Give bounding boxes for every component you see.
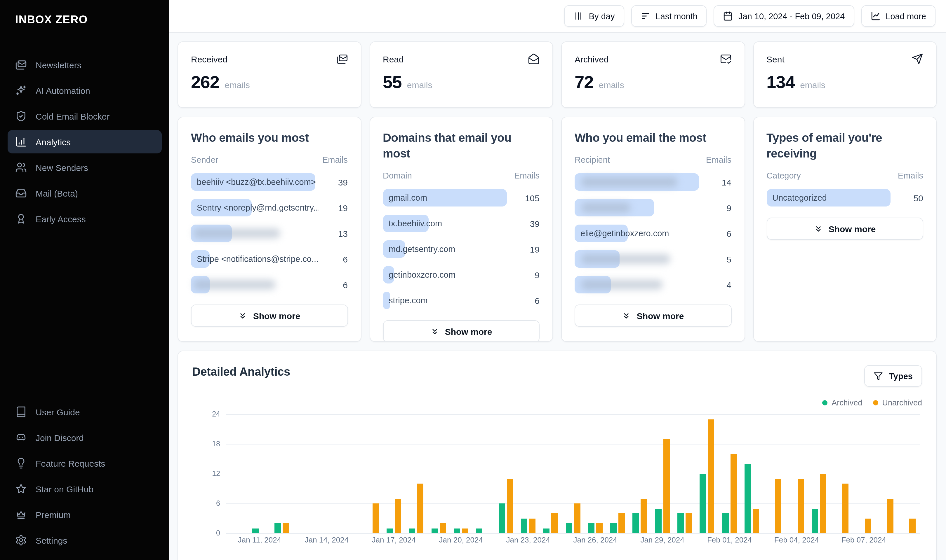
bar-unarchived-jan-25-2024: [574, 503, 580, 533]
sidebar-item-ai-automation[interactable]: AI Automation: [8, 79, 162, 102]
row-count: 9: [707, 203, 731, 212]
sidebar-item-join-discord[interactable]: Join Discord: [8, 426, 162, 449]
sidebar-item-newsletters[interactable]: Newsletters: [8, 53, 162, 77]
panel-types-of-email-you-re-receiving: Types of email you're receivingCategoryE…: [753, 117, 937, 342]
sidebar-item-settings[interactable]: Settings: [8, 529, 162, 552]
x-axis-tick-label: Feb 04, 2024: [774, 535, 819, 544]
table-row: gmail.com105: [383, 185, 540, 211]
stat-unit: emails: [407, 80, 432, 90]
stat-card-sent: Sent134emails: [753, 42, 937, 108]
panel-title: Types of email you're receiving: [767, 130, 923, 162]
row-text: Stripe <notifications@stripe.co...: [197, 254, 319, 264]
row-text: tx.beehiiv.com: [389, 219, 442, 228]
show-more-button[interactable]: Show more: [575, 305, 731, 327]
column-header-left: Sender: [191, 155, 218, 165]
row-text: md.getsentry.com: [389, 245, 455, 254]
bar-archived-jan-17-2024: [387, 528, 393, 533]
chevrons-down-icon: [431, 327, 439, 336]
bar-unarchived-jan-17-2024: [395, 498, 401, 533]
bar-unarchived-jan-31-2024: [708, 419, 715, 533]
sidebar-item-mail-beta[interactable]: Mail (Beta): [8, 182, 162, 205]
main-area: By dayLast monthJan 10, 2024 - Feb 09, 2…: [169, 0, 946, 560]
row-text: gmail.com: [389, 193, 427, 202]
types-filter-button[interactable]: Types: [864, 365, 922, 387]
discord-icon: [15, 432, 27, 443]
sidebar-item-early-access[interactable]: Early Access: [8, 207, 162, 231]
row-bar-area: [191, 220, 315, 246]
topbar: By dayLast monthJan 10, 2024 - Feb 09, 2…: [169, 0, 946, 33]
bar-unarchived-jan-26-2024: [596, 523, 603, 533]
by-day-button[interactable]: By day: [564, 5, 624, 27]
last-month-button[interactable]: Last month: [631, 5, 707, 27]
show-more-button[interactable]: Show more: [767, 218, 923, 240]
bar-unarchived-jan-29-2024: [664, 439, 670, 533]
legend-item-archived: Archived: [822, 398, 862, 407]
bar-unarchived-jan-30-2024: [685, 513, 692, 533]
app: INBOX ZERO NewslettersAI AutomationCold …: [0, 0, 946, 560]
mails-icon: [336, 53, 348, 65]
row-count: 6: [515, 295, 540, 305]
y-axis-tick-label: 12: [212, 469, 220, 478]
legend-dot: [873, 400, 878, 405]
sidebar-item-label: Premium: [35, 509, 71, 520]
bar-unarchived-jan-24-2024: [551, 513, 558, 533]
show-more-button[interactable]: Show more: [191, 305, 348, 327]
mail-open-icon: [528, 53, 540, 65]
bar-unarchived-feb-01-2024: [730, 454, 737, 533]
row-bar-area: beehiiv <buzz@tx.beehiiv.com>: [191, 169, 315, 195]
show-more-button[interactable]: Show more: [383, 320, 540, 342]
x-axis-tick-label: Jan 23, 2024: [506, 535, 550, 544]
bar-archived-jan-31-2024: [700, 474, 706, 533]
chevrons-down-icon: [814, 224, 823, 233]
sidebar-item-label: Early Access: [35, 214, 86, 224]
jan-10-2024-feb-09-2024-button[interactable]: Jan 10, 2024 - Feb 09, 2024: [714, 5, 854, 27]
bar-archived-feb-05-2024: [812, 508, 818, 533]
column-headers: SenderEmails: [191, 155, 348, 165]
bar-unarchived-feb-08-2024: [887, 498, 894, 533]
column-headers: DomainEmails: [383, 171, 540, 180]
bar-archived-jan-18-2024: [409, 528, 415, 533]
sidebar-item-label: Settings: [35, 535, 67, 545]
sidebar-nav: NewslettersAI AutomationCold Email Block…: [0, 53, 169, 400]
stats-row: Received262emailsRead55emailsArchived72e…: [177, 42, 937, 108]
sidebar-item-cold-email-blocker[interactable]: Cold Email Blocker: [8, 105, 162, 128]
load-more-button[interactable]: Load more: [861, 5, 935, 27]
sidebar-item-star-on-github[interactable]: Star on GitHub: [8, 477, 162, 500]
app-logo: INBOX ZERO: [0, 0, 169, 31]
row-count: 9: [515, 270, 540, 280]
table-row: Sentry <noreply@md.getsentry....19: [191, 195, 348, 220]
sidebar-item-label: AI Automation: [35, 85, 90, 95]
y-axis-tick-label: 6: [216, 499, 220, 508]
blurred-text-placeholder: [581, 177, 677, 187]
sidebar-item-label: Analytics: [35, 137, 71, 147]
bar-unarchived-feb-07-2024: [864, 518, 871, 533]
bar-archived-jan-20-2024: [454, 528, 460, 533]
stat-unit: emails: [225, 80, 250, 90]
stat-label: Received: [191, 54, 227, 64]
row-count: 6: [707, 228, 731, 238]
panel-title: Who you email the most: [575, 130, 731, 146]
row-count: 39: [515, 218, 540, 228]
row-bar-area: elie@getinboxzero.com: [575, 220, 699, 246]
row-bar-area: [575, 272, 699, 297]
column-header-right: Emails: [706, 155, 731, 165]
stat-value: 55: [383, 72, 402, 92]
table-row: tx.beehiiv.com39: [383, 211, 540, 236]
sidebar-item-analytics[interactable]: Analytics: [8, 130, 162, 154]
bar-archived-jan-28-2024: [633, 513, 639, 533]
panel-who-you-email-the-most: Who you email the mostRecipientEmails149…: [561, 117, 745, 342]
sidebar-item-user-guide[interactable]: User Guide: [8, 400, 162, 423]
sidebar-item-new-senders[interactable]: New Senders: [8, 156, 162, 179]
button-label: Load more: [886, 11, 926, 21]
row-bar-area: Sentry <noreply@md.getsentry....: [191, 195, 315, 220]
x-axis-tick-label: Jan 17, 2024: [372, 535, 416, 544]
sidebar-item-premium[interactable]: Premium: [8, 503, 162, 526]
row-bar-area: md.getsentry.com: [383, 236, 507, 262]
table-row: stripe.com6: [383, 288, 540, 313]
bar-archived-feb-02-2024: [745, 464, 751, 533]
sidebar-item-feature-requests[interactable]: Feature Requests: [8, 451, 162, 475]
stat-unit: emails: [599, 80, 624, 90]
x-axis-tick-label: Jan 20, 2024: [439, 535, 483, 544]
chart-legend: ArchivedUnarchived: [192, 398, 922, 407]
stat-card-archived: Archived72emails: [561, 42, 745, 108]
